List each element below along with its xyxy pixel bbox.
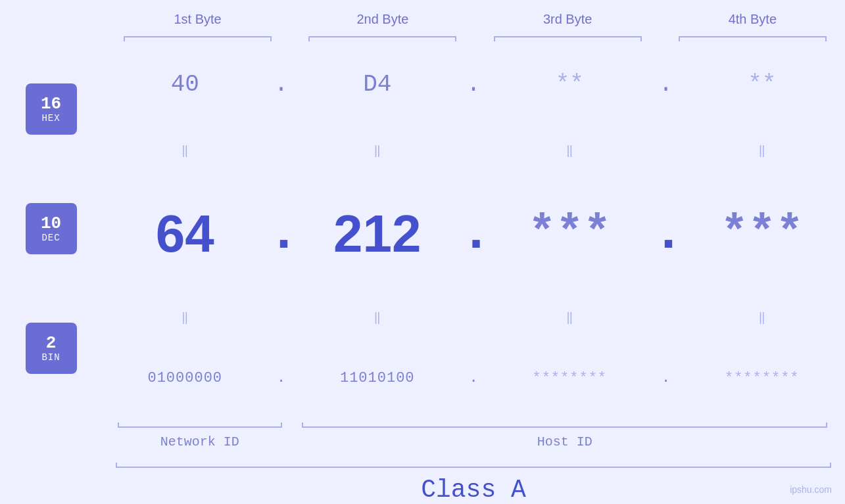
badges-column: 16 HEX 10 DEC 2 BIN: [0, 43, 102, 415]
bracket3: [475, 31, 660, 43]
network-bracket: [109, 417, 291, 428]
bracket4: [660, 31, 845, 43]
bin-b1: 01000000: [102, 370, 268, 386]
hex-badge-label: HEX: [41, 113, 60, 124]
bin-b2: 11010100: [295, 370, 461, 386]
bin-badge: 2 BIN: [26, 323, 77, 374]
host-id-label: Host ID: [291, 434, 839, 449]
dec-badge: 10 DEC: [26, 203, 77, 254]
dec-badge-number: 10: [41, 214, 61, 233]
header-brackets: [0, 31, 845, 43]
hex-dot1: .: [268, 71, 295, 98]
dec-b3: ***: [487, 208, 653, 260]
bin-row: 01000000 . 11010100 . ******** .: [102, 370, 845, 386]
network-bracket-line: [118, 426, 282, 428]
bracket1-line: [124, 36, 272, 37]
main-container: 1st Byte 2nd Byte 3rd Byte 4th Byte 16 H…: [0, 0, 845, 504]
byte-headers: 1st Byte 2nd Byte 3rd Byte 4th Byte: [0, 12, 845, 27]
hex-b1: 40: [102, 71, 268, 98]
bracket2: [290, 31, 475, 43]
id-labels: Network ID Host ID: [109, 434, 838, 449]
network-id-label: Network ID: [109, 434, 291, 449]
class-label: Class A: [102, 476, 845, 504]
bin-dot1: .: [268, 370, 295, 386]
pipe-row-2: ‖ ‖ ‖ ‖: [102, 310, 845, 325]
host-bracket-line: [302, 426, 827, 428]
bracket3-line: [494, 36, 642, 37]
bracket2-line: [308, 36, 456, 37]
bin-b3: ********: [487, 370, 653, 386]
hex-b3: **: [487, 71, 653, 98]
byte4-header: 4th Byte: [660, 12, 845, 27]
bin-dot3: .: [653, 370, 679, 386]
watermark: ipshu.com: [790, 484, 832, 495]
pipe-row-1: ‖ ‖ ‖ ‖: [102, 143, 845, 158]
bottom-section: Network ID Host ID Class A: [0, 417, 845, 504]
hex-b4: **: [679, 71, 846, 98]
content-area: 16 HEX 10 DEC 2 BIN 40 .: [0, 43, 845, 415]
dec-dot2: .: [460, 208, 487, 260]
dec-dot3: .: [653, 208, 679, 260]
hex-row: 40 . D4 . ** . **: [102, 71, 845, 98]
sub-brackets: [109, 417, 838, 428]
dec-b1: 64: [102, 204, 268, 264]
bin-dot2: .: [460, 370, 487, 386]
bin-badge-label: BIN: [41, 352, 60, 363]
byte3-header: 3rd Byte: [475, 12, 660, 27]
big-bracket: [109, 456, 838, 468]
dec-badge-label: DEC: [41, 233, 60, 243]
hex-badge-number: 16: [41, 95, 61, 114]
dec-b4: ***: [679, 208, 846, 260]
bin-b4: ********: [679, 370, 846, 386]
bin-badge-number: 2: [46, 334, 57, 353]
hex-b2: D4: [295, 71, 461, 98]
dec-b2: 212: [295, 204, 461, 264]
dec-row: 64 . 212 . *** . ***: [102, 204, 845, 264]
big-bracket-line: [116, 467, 831, 468]
hex-badge: 16 HEX: [26, 83, 77, 135]
hex-dot3: .: [653, 71, 679, 98]
bracket1: [105, 31, 290, 43]
dec-dot1: .: [268, 208, 295, 260]
hex-dot2: .: [460, 71, 487, 98]
host-bracket: [291, 417, 839, 428]
values-outer: 40 . D4 . ** . **: [102, 43, 845, 415]
byte2-header: 2nd Byte: [290, 12, 475, 27]
bracket4-line: [679, 36, 827, 37]
byte1-header: 1st Byte: [105, 12, 290, 27]
